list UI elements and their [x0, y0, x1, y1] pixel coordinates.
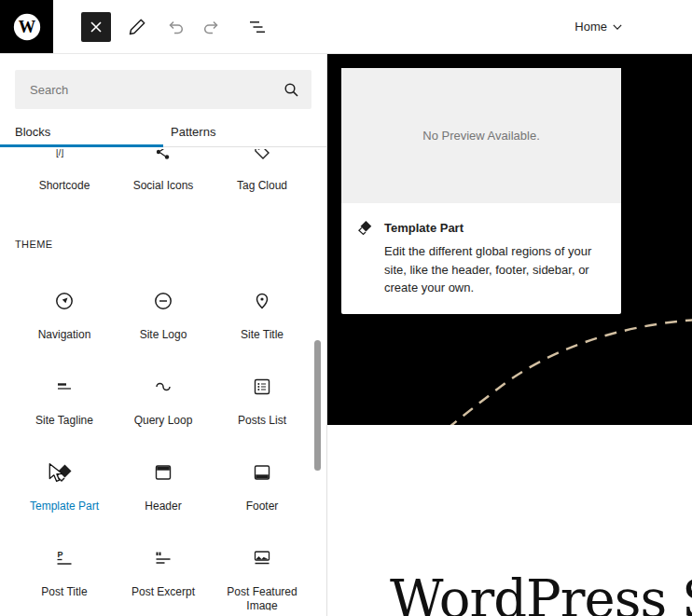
- block-item-footer[interactable]: Footer: [213, 450, 311, 521]
- shortcode-icon: [/]: [53, 149, 76, 163]
- tab-patterns-label: Patterns: [171, 125, 215, 139]
- block-item-label: Tag Cloud: [237, 179, 287, 192]
- tab-patterns[interactable]: Patterns: [163, 116, 326, 146]
- post-title-icon: P: [53, 547, 76, 573]
- navigation-icon: [53, 290, 76, 316]
- block-item-site-title[interactable]: Site Title: [213, 279, 311, 349]
- block-item-post-excerpt[interactable]: Post Excerpt: [114, 536, 213, 607]
- undo-button[interactable]: [161, 12, 191, 42]
- theme-section-heading: THEME: [15, 239, 311, 251]
- block-item-site-tagline[interactable]: Site Tagline: [15, 364, 114, 435]
- redo-button[interactable]: [196, 12, 226, 42]
- wordpress-logo-icon: W: [11, 11, 43, 43]
- tab-blocks[interactable]: Blocks: [0, 116, 163, 146]
- sidebar-scrollbar[interactable]: [314, 340, 321, 471]
- block-item-site-logo[interactable]: Site Logo: [114, 279, 213, 349]
- undo-icon: [165, 16, 187, 38]
- block-item-label: Query Loop: [134, 414, 193, 428]
- edit-tool-button[interactable]: [122, 12, 152, 42]
- block-item-navigation[interactable]: Navigation: [15, 279, 114, 349]
- search-icon: [280, 78, 302, 101]
- inserter-scroll-area: [/] Shortcode Social Icons: [0, 147, 326, 610]
- block-item-post-title[interactable]: P Post Title: [15, 536, 114, 607]
- block-preview-description: Edit the different global regions of you…: [384, 242, 606, 297]
- search-input[interactable]: [15, 70, 311, 109]
- block-item-post-featured-image[interactable]: Post Featured Image: [213, 536, 311, 607]
- chevron-down-icon: [608, 18, 627, 36]
- block-item-label: Navigation: [38, 328, 91, 342]
- block-item-tag-cloud[interactable]: Tag Cloud: [213, 149, 311, 192]
- block-item-header[interactable]: Header: [114, 450, 213, 521]
- block-preview-popover: No Preview Available. Template Part Edit…: [341, 68, 621, 314]
- close-icon: [85, 16, 107, 38]
- site-tagline-icon: [53, 376, 76, 402]
- block-item-label: Social Icons: [133, 179, 194, 192]
- redo-icon: [200, 16, 222, 38]
- no-preview-text: No Preview Available.: [422, 129, 540, 143]
- site-title-icon: [251, 290, 273, 316]
- block-item-label: Shortcode: [39, 179, 90, 192]
- block-item-label: Site Tagline: [35, 414, 93, 428]
- block-inserter-panel: Blocks Patterns [/] Shortcode: [0, 53, 327, 616]
- social-icons-icon: [152, 149, 174, 163]
- block-item-label: Post Title: [41, 585, 87, 599]
- close-inserter-button[interactable]: [81, 12, 111, 42]
- block-preview-info: Template Part Edit the different global …: [341, 203, 621, 314]
- block-item-template-part[interactable]: Template Part: [15, 450, 114, 521]
- search-container: [15, 70, 311, 109]
- document-title-button[interactable]: Home: [574, 18, 627, 36]
- site-content-heading: WordPress Spee: [390, 568, 692, 616]
- block-item-query-loop[interactable]: Query Loop: [114, 364, 213, 435]
- block-item-social-icons[interactable]: Social Icons: [114, 149, 213, 192]
- document-title-label: Home: [574, 20, 607, 34]
- widgets-partial-row: [/] Shortcode Social Icons: [15, 149, 311, 192]
- footer-icon: [251, 461, 273, 487]
- posts-list-icon: [251, 376, 273, 402]
- svg-text:P: P: [58, 550, 63, 559]
- template-part-icon: [53, 461, 76, 487]
- block-item-shortcode[interactable]: [/] Shortcode: [15, 149, 114, 192]
- site-logo-icon: [152, 290, 174, 316]
- svg-text:[/]: [/]: [56, 149, 64, 157]
- site-light-section: WordPress Spee: [326, 425, 692, 616]
- block-item-label: Posts List: [238, 414, 286, 428]
- block-item-label: Footer: [246, 500, 279, 513]
- block-item-label: Header: [145, 500, 181, 513]
- template-part-icon: [356, 218, 375, 237]
- post-excerpt-icon: [152, 547, 174, 573]
- block-item-posts-list[interactable]: Posts List: [213, 364, 311, 435]
- no-preview-area: No Preview Available.: [341, 68, 621, 203]
- post-featured-image-icon: [251, 547, 273, 573]
- tag-cloud-icon: [251, 149, 273, 163]
- block-item-label: Template Part: [30, 500, 99, 513]
- block-item-label: Site Logo: [140, 328, 187, 342]
- wordpress-logo[interactable]: W: [0, 0, 53, 53]
- tab-blocks-label: Blocks: [15, 125, 50, 139]
- header-icon: [152, 461, 174, 487]
- pencil-icon: [126, 16, 148, 38]
- block-item-label: Post Featured Image: [213, 585, 311, 610]
- theme-blocks-grid: Navigation Site Logo S: [15, 279, 311, 607]
- inserter-tabs: Blocks Patterns: [0, 116, 326, 147]
- svg-text:W: W: [18, 18, 35, 36]
- block-item-label: Site Title: [241, 328, 284, 342]
- list-view-icon: [246, 16, 269, 38]
- block-preview-title: Template Part: [384, 221, 464, 235]
- topbar: W Home: [0, 0, 692, 54]
- query-loop-icon: [152, 376, 174, 402]
- block-item-label: Post Excerpt: [131, 585, 195, 599]
- list-view-button[interactable]: [242, 12, 272, 42]
